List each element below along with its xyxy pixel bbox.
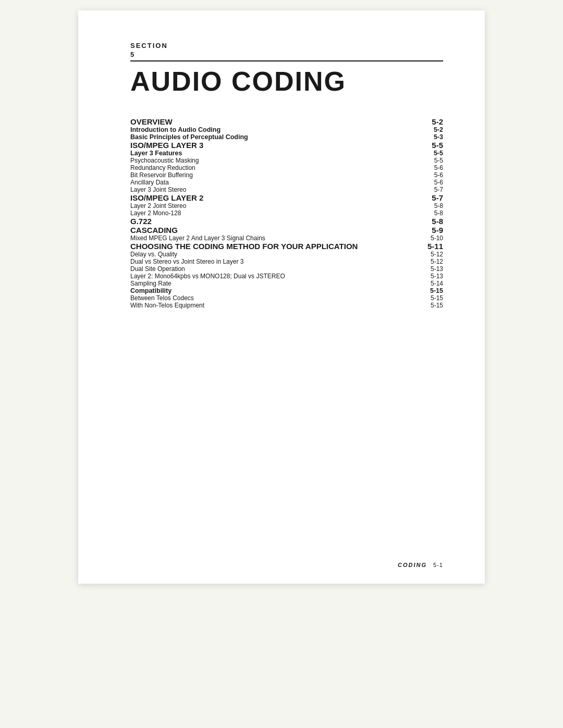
- toc-section-pagenum: 5-5: [423, 141, 443, 150]
- toc-child-pagenum: 5-14: [423, 280, 443, 287]
- toc-section-pagenum: 5-8: [423, 217, 443, 226]
- toc-child-row: Sampling Rate5-14: [130, 280, 443, 287]
- section-label: SECTION: [130, 42, 443, 50]
- toc-section-row: ISO/MPEG LAYER 25-7: [130, 193, 443, 202]
- toc-child-row: Dual vs Stereo vs Joint Stereo in Layer …: [130, 258, 443, 265]
- toc-child-label: Ancillary Data: [130, 179, 423, 186]
- toc-child-row: Ancillary Data5-6: [130, 179, 443, 186]
- toc-child-row: Layer 2 Joint Stereo5-8: [130, 202, 443, 209]
- toc-child-pagenum: 5-8: [423, 209, 443, 217]
- toc-child-label: Dual vs Stereo vs Joint Stereo in Layer …: [130, 258, 423, 265]
- toc-child-pagenum: 5-10: [423, 235, 443, 242]
- toc-child-label: Layer 3 Joint Stereo: [130, 186, 423, 193]
- toc-section-row: G.7225-8: [130, 217, 443, 226]
- toc-child-row: Dual Site Operation5-13: [130, 265, 443, 273]
- toc-child-label: Psychoacoustic Masking: [130, 157, 423, 164]
- page-title: AUDIO CODING: [130, 67, 443, 96]
- toc-child-pagenum: 5-6: [423, 164, 443, 171]
- toc-child-label: Layer 2 Joint Stereo: [130, 202, 423, 209]
- toc-child-pagenum: 5-13: [423, 265, 443, 273]
- toc-section-heading: G.722: [130, 217, 423, 226]
- toc-child-pagenum: 5-15: [423, 302, 443, 309]
- toc-child-pagenum: 5-13: [423, 273, 443, 280]
- toc-section-row: CHOOSING THE CODING METHOD FOR YOUR APPL…: [130, 242, 443, 251]
- toc-section-pagenum: 5-2: [423, 117, 443, 126]
- toc-child-label: With Non-Telos Equipment: [130, 302, 423, 309]
- toc-child-label: Compatibility: [130, 287, 423, 294]
- toc-table: OVERVIEW5-2Introduction to Audio Coding5…: [130, 117, 443, 309]
- toc-child-label: Delay vs. Quality: [130, 251, 423, 258]
- toc-child-pagenum: 5-15: [423, 294, 443, 302]
- footer-page: 5-1: [433, 562, 443, 568]
- toc-child-row: Layer 3 Features5-5: [130, 150, 443, 157]
- toc-child-pagenum: 5-6: [423, 171, 443, 179]
- toc-child-label: Mixed MPEG Layer 2 And Layer 3 Signal Ch…: [130, 235, 423, 242]
- toc-section-pagenum: 5-11: [423, 242, 443, 251]
- toc-child-pagenum: 5-2: [423, 126, 443, 133]
- toc-section-pagenum: 5-7: [423, 193, 443, 202]
- toc-section-row: ISO/MPEG LAYER 35-5: [130, 141, 443, 150]
- toc-child-label: Between Telos Codecs: [130, 294, 423, 302]
- toc-section-heading: ISO/MPEG LAYER 2: [130, 193, 423, 202]
- toc-child-label: Dual Site Operation: [130, 265, 423, 273]
- toc-child-label: Layer 3 Features: [130, 150, 423, 157]
- toc-child-row: Layer 2: Mono64kpbs vs MONO128; Dual vs …: [130, 273, 443, 280]
- toc-section-row: OVERVIEW5-2: [130, 117, 443, 126]
- section-rule: [130, 60, 443, 61]
- toc-child-pagenum: 5-7: [423, 186, 443, 193]
- toc-child-pagenum: 5-12: [423, 258, 443, 265]
- toc-section-heading: CHOOSING THE CODING METHOD FOR YOUR APPL…: [130, 242, 423, 251]
- toc-child-label: Layer 2 Mono-128: [130, 209, 423, 217]
- toc-child-row: Between Telos Codecs5-15: [130, 294, 443, 302]
- toc-child-pagenum: 5-8: [423, 202, 443, 209]
- toc-child-pagenum: 5-5: [423, 150, 443, 157]
- toc-child-row: Layer 3 Joint Stereo5-7: [130, 186, 443, 193]
- toc-section-pagenum: 5-9: [423, 226, 443, 235]
- toc-child-label: Introduction to Audio Coding: [130, 126, 423, 133]
- toc-child-label: Bit Reservoir Buffering: [130, 171, 423, 179]
- toc-child-label: Redundancy Reduction: [130, 164, 423, 171]
- toc-child-row: Redundancy Reduction5-6: [130, 164, 443, 171]
- toc-child-pagenum: 5-6: [423, 179, 443, 186]
- toc-child-pagenum: 5-15: [423, 287, 443, 294]
- page: SECTION 5 AUDIO CODING OVERVIEW5-2Introd…: [78, 10, 485, 584]
- toc-child-row: Delay vs. Quality5-12: [130, 251, 443, 258]
- toc-child-row: Basic Principles of Perceptual Coding5-3: [130, 133, 443, 141]
- toc-child-pagenum: 5-3: [423, 133, 443, 141]
- footer-label: CODING: [398, 562, 427, 568]
- toc-child-label: Basic Principles of Perceptual Coding: [130, 133, 423, 141]
- toc-child-label: Sampling Rate: [130, 280, 423, 287]
- toc-child-pagenum: 5-5: [423, 157, 443, 164]
- section-number: 5: [130, 51, 443, 58]
- toc-child-row: Psychoacoustic Masking5-5: [130, 157, 443, 164]
- toc-child-row: Compatibility5-15: [130, 287, 443, 294]
- toc-child-row: Introduction to Audio Coding5-2: [130, 126, 443, 133]
- toc-child-row: Mixed MPEG Layer 2 And Layer 3 Signal Ch…: [130, 235, 443, 242]
- toc-section-heading: ISO/MPEG LAYER 3: [130, 141, 423, 150]
- toc-section-heading: OVERVIEW: [130, 117, 423, 126]
- toc-child-pagenum: 5-12: [423, 251, 443, 258]
- toc-child-row: Layer 2 Mono-1285-8: [130, 209, 443, 217]
- footer: CODING 5-1: [398, 562, 443, 568]
- toc-section-row: CASCADING5-9: [130, 226, 443, 235]
- toc-section-heading: CASCADING: [130, 226, 423, 235]
- toc-child-label: Layer 2: Mono64kpbs vs MONO128; Dual vs …: [130, 273, 423, 280]
- toc-child-row: With Non-Telos Equipment5-15: [130, 302, 443, 309]
- toc-child-row: Bit Reservoir Buffering5-6: [130, 171, 443, 179]
